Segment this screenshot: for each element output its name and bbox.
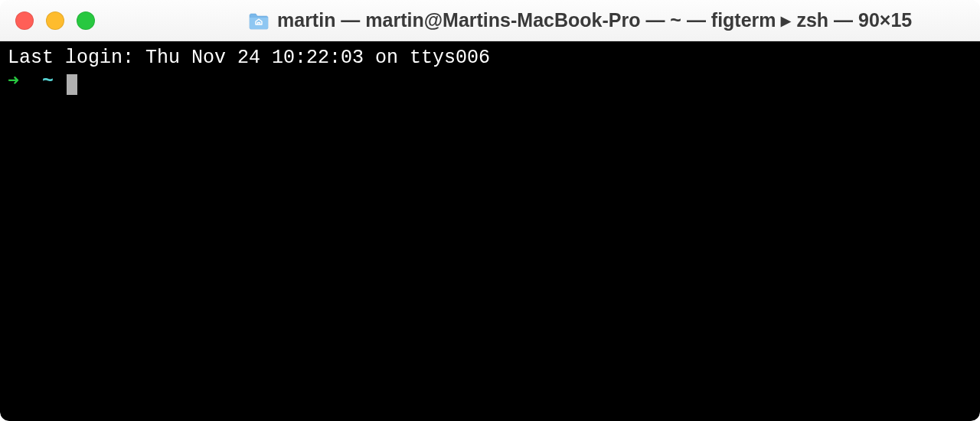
prompt-cwd: ~ bbox=[42, 70, 54, 93]
home-folder-icon bbox=[248, 12, 270, 29]
last-login-line: Last login: Thu Nov 24 10:22:03 on ttys0… bbox=[8, 46, 972, 70]
zoom-button[interactable] bbox=[77, 11, 95, 30]
prompt-line: ➜ ~ bbox=[8, 70, 972, 93]
titlebar[interactable]: martin — martin@Martins-MacBook-Pro — ~ … bbox=[0, 0, 980, 41]
traffic-lights bbox=[15, 11, 95, 30]
title-content: martin — martin@Martins-MacBook-Pro — ~ … bbox=[133, 9, 927, 31]
cursor bbox=[67, 74, 77, 95]
minimize-button[interactable] bbox=[46, 11, 64, 30]
terminal-body[interactable]: Last login: Thu Nov 24 10:22:03 on ttys0… bbox=[0, 41, 980, 421]
close-button[interactable] bbox=[15, 11, 34, 30]
window-title: martin — martin@Martins-MacBook-Pro — ~ … bbox=[277, 9, 912, 31]
terminal-window: martin — martin@Martins-MacBook-Pro — ~ … bbox=[0, 0, 980, 421]
prompt-arrow-icon: ➜ bbox=[8, 70, 19, 93]
